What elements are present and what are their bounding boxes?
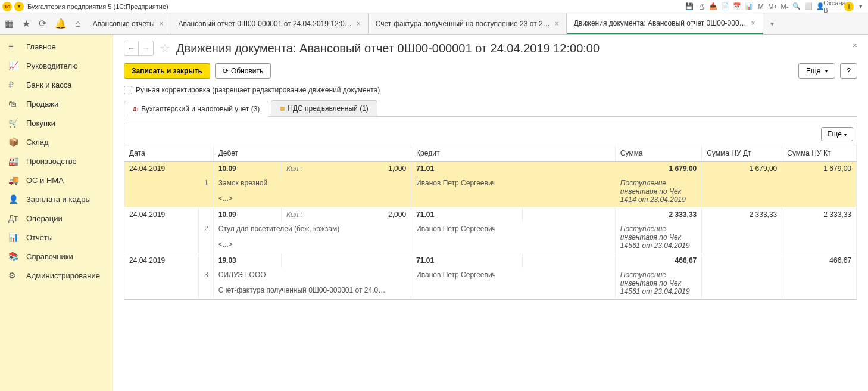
app-dropdown-icon[interactable]: ▾ [14, 2, 24, 11]
user-name[interactable]: Оксана В [830, 2, 839, 11]
dtkt-mini-icon: Дт [133, 106, 139, 112]
tab-bar: ▦ ★ ⟳ 🔔 ⌂ Авансовые отчеты× Авансовый от… [0, 13, 868, 35]
sidebar-item-directories[interactable]: 📚Справочники [0, 247, 113, 266]
sidebar-item-admin[interactable]: ⚙Администрирование [0, 266, 113, 285]
tab-overflow-icon[interactable]: ▾ [763, 13, 781, 34]
sidebar-item-operations[interactable]: ДтОперации [0, 209, 113, 228]
table-row[interactable]: <...> [124, 237, 857, 253]
table-row[interactable]: 24.04.201919.0371.01466,67466,67 [124, 253, 857, 268]
content-area: × ← → ☆ Движения документа: Авансовый от… [113, 35, 868, 391]
table-row[interactable]: 1Замок врезнойИванов Петр СергеевичПосту… [124, 176, 857, 191]
sidebar-item-warehouse[interactable]: 📦Склад [0, 132, 113, 151]
col-credit[interactable]: Кредит [411, 145, 616, 162]
close-page-icon[interactable]: × [853, 41, 857, 50]
sidebar-item-production[interactable]: 🏭Производство [0, 151, 113, 170]
tab-advance-report-doc[interactable]: Авансовый отчет 0Ш00-000001 от 24.04.201… [171, 13, 369, 34]
notifications-icon[interactable]: 🔔 [55, 18, 67, 29]
window-icon[interactable]: ⬜ [804, 2, 813, 11]
table-row[interactable]: 2Стул для посетителей (беж, кожзам)Ивано… [124, 222, 857, 237]
col-sum-nu-kt[interactable]: Сумма НУ Кт [782, 145, 857, 162]
col-sum[interactable]: Сумма [615, 145, 701, 162]
document-icon[interactable]: 📄 [720, 2, 730, 11]
close-icon[interactable]: × [357, 20, 361, 28]
nav-back-icon[interactable]: ← [124, 41, 139, 55]
favorites-icon[interactable]: ★ [22, 18, 30, 29]
bag-icon: 🛍 [8, 99, 20, 108]
sidebar-item-reports[interactable]: 📊Отчеты [0, 228, 113, 247]
table-row[interactable]: Счет-фактура полученный 0Ш00-000001 от 2… [124, 283, 857, 299]
tab-invoice[interactable]: Счет-фактура полученный на поступление 2… [369, 13, 567, 34]
memory-m-icon[interactable]: M [756, 2, 766, 11]
close-icon[interactable]: × [751, 19, 755, 27]
apps-grid-icon[interactable]: ▦ [5, 18, 14, 29]
transactions-table: Дата Дебет Кредит Сумма Сумма НУ Дт Сумм… [124, 145, 857, 299]
tab-document-movements[interactable]: Движения документа: Авансовый отчет 0Ш00… [567, 13, 763, 34]
subtab-accounting[interactable]: ДтБухгалтерский и налоговый учет (3) [124, 101, 268, 117]
table-row[interactable]: 24.04.201910.09Кол.:1,00071.011 679,001 … [124, 162, 857, 176]
close-icon[interactable]: × [160, 20, 164, 28]
bars-icon: 📊 [8, 232, 20, 242]
zoom-icon[interactable]: 🔍 [792, 2, 801, 11]
page-title: Движения документа: Авансовый отчет 0Ш00… [176, 42, 600, 55]
sidebar-item-bank[interactable]: ₽Банк и касса [0, 75, 113, 94]
manual-correction-checkbox[interactable] [124, 86, 132, 94]
dtkt-icon: Дт [8, 213, 20, 223]
sidebar: ≡Главное 📈Руководителю ₽Банк и касса 🛍Пр… [0, 35, 113, 391]
memory-mminus-icon[interactable]: M- [780, 2, 789, 11]
titlebar-right-icons: 💾 🖨 📥 📄 📅 📊 M M+ M- 🔍 ⬜ 👤 Оксана В i ▾ [685, 2, 866, 11]
table-more-button[interactable]: Еще [821, 127, 853, 141]
truck-icon: 🚚 [8, 175, 20, 185]
manual-correction-label: Ручная корректировка (разрешает редактир… [136, 86, 380, 94]
save-icon[interactable]: 💾 [685, 2, 694, 11]
calculator-icon[interactable]: 📊 [744, 2, 754, 11]
info-dropdown-icon[interactable]: ▾ [856, 2, 866, 11]
nav-forward-icon[interactable]: → [139, 41, 153, 55]
app-logo-icon: 1с [2, 2, 12, 11]
box-icon: 📦 [8, 137, 20, 147]
vat-mini-icon: ▦ [280, 105, 285, 111]
help-button[interactable]: ? [840, 63, 857, 79]
sidebar-item-salary[interactable]: 👤Зарплата и кадры [0, 190, 113, 209]
table-row[interactable]: 3СИЛУЭТ ОООИванов Петр СергеевичПоступле… [124, 268, 857, 283]
col-debit[interactable]: Дебет [213, 145, 411, 162]
title-bar: 1с ▾ Бухгалтерия предприятия 5 (1С:Предп… [0, 0, 868, 13]
history-icon[interactable]: ⟳ [39, 18, 46, 29]
menu-icon: ≡ [8, 42, 20, 51]
nav-buttons: ← → [124, 41, 154, 56]
sidebar-item-main[interactable]: ≡Главное [0, 37, 113, 56]
sidebar-item-manager[interactable]: 📈Руководителю [0, 56, 113, 75]
table-row[interactable]: <...> [124, 191, 857, 207]
memory-mplus-icon[interactable]: M+ [768, 2, 778, 11]
ruble-icon: ₽ [8, 80, 20, 89]
subtab-vat[interactable]: ▦НДС предъявленный (1) [271, 100, 377, 116]
gear-icon: ⚙ [8, 271, 20, 280]
sidebar-item-assets[interactable]: 🚚ОС и НМА [0, 170, 113, 190]
table-row[interactable]: 24.04.201910.09Кол.:2,00071.012 333,332 … [124, 207, 857, 222]
factory-icon: 🏭 [8, 156, 20, 166]
refresh-icon: ⟳ [223, 67, 229, 75]
close-icon[interactable]: × [555, 20, 559, 28]
home-icon[interactable]: ⌂ [75, 18, 81, 29]
cart-icon: 🛒 [8, 118, 20, 128]
books-icon: 📚 [8, 252, 20, 261]
refresh-button[interactable]: ⟳Обновить [215, 63, 271, 79]
table-header-row: Дата Дебет Кредит Сумма Сумма НУ Дт Сумм… [124, 145, 857, 162]
sidebar-item-sales[interactable]: 🛍Продажи [0, 94, 113, 113]
print-icon[interactable]: 🖨 [697, 2, 706, 11]
favorite-star-icon[interactable]: ☆ [160, 41, 170, 55]
tab-advance-reports[interactable]: Авансовые отчеты× [86, 13, 171, 34]
app-title: Бухгалтерия предприятия 5 (1С:Предприяти… [27, 3, 168, 10]
person-icon: 👤 [8, 194, 20, 204]
sidebar-item-purchases[interactable]: 🛒Покупки [0, 113, 113, 132]
download-icon[interactable]: 📥 [708, 2, 718, 11]
more-button[interactable]: Еще [798, 63, 835, 79]
chart-icon: 📈 [8, 61, 20, 70]
calendar-icon[interactable]: 📅 [732, 2, 742, 11]
col-sum-nu-dt[interactable]: Сумма НУ Дт [702, 145, 782, 162]
save-close-button[interactable]: Записать и закрыть [124, 63, 210, 79]
info-icon[interactable]: i [844, 2, 854, 11]
col-date[interactable]: Дата [124, 145, 213, 162]
